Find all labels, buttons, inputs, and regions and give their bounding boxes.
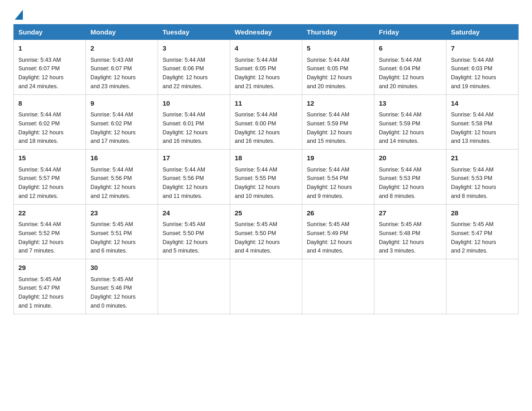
day-daylight: Daylight: 12 hours [307,129,352,136]
day-number: 13 [379,98,442,109]
day-sunset: Sunset: 6:05 PM [307,65,348,72]
calendar-header-row: SundayMondayTuesdayWednesdayThursdayFrid… [14,25,519,40]
day-sunrise: Sunrise: 5:44 AM [163,111,205,118]
day-daylight2: and 20 minutes. [307,83,347,90]
day-number: 2 [90,43,153,54]
calendar-cell: 23Sunrise: 5:45 AMSunset: 5:51 PMDayligh… [86,204,158,259]
day-daylight2: and 2 minutes. [451,248,488,254]
day-daylight: Daylight: 12 hours [451,74,496,81]
day-daylight2: and 24 minutes. [18,83,58,90]
day-daylight2: and 12 minutes. [90,193,130,199]
calendar-cell: 29Sunrise: 5:45 AMSunset: 5:47 PMDayligh… [14,259,86,314]
day-sunrise: Sunrise: 5:45 AM [18,276,61,283]
day-sunset: Sunset: 5:48 PM [379,230,420,236]
calendar-cell: 24Sunrise: 5:45 AMSunset: 5:50 PMDayligh… [158,204,230,259]
day-number: 11 [235,98,297,109]
day-sunrise: Sunrise: 5:45 AM [307,221,349,227]
calendar-cell: 27Sunrise: 5:45 AMSunset: 5:48 PMDayligh… [374,204,446,259]
day-sunset: Sunset: 5:56 PM [163,175,204,181]
calendar-cell: 11Sunrise: 5:44 AMSunset: 6:00 PMDayligh… [230,94,302,150]
day-daylight2: and 0 minutes. [90,303,127,309]
day-number: 7 [451,43,514,54]
header-tuesday: Tuesday [158,25,230,40]
calendar-cell: 26Sunrise: 5:45 AMSunset: 5:49 PMDayligh… [302,204,374,259]
day-daylight: Daylight: 12 hours [235,239,280,245]
day-sunrise: Sunrise: 5:44 AM [18,111,61,118]
day-daylight: Daylight: 12 hours [379,184,424,190]
day-daylight: Daylight: 12 hours [307,184,352,190]
day-daylight: Daylight: 12 hours [163,239,208,245]
day-sunset: Sunset: 6:06 PM [163,65,204,72]
calendar-cell: 20Sunrise: 5:44 AMSunset: 5:53 PMDayligh… [374,150,446,205]
calendar-cell: 15Sunrise: 5:44 AMSunset: 5:57 PMDayligh… [14,150,86,205]
day-daylight: Daylight: 12 hours [163,74,208,81]
calendar-cell: 4Sunrise: 5:44 AMSunset: 6:05 PMDaylight… [230,40,302,95]
calendar-cell [230,259,302,314]
header-monday: Monday [86,25,158,40]
calendar-cell: 25Sunrise: 5:45 AMSunset: 5:50 PMDayligh… [230,204,302,259]
calendar-cell: 12Sunrise: 5:44 AMSunset: 5:59 PMDayligh… [302,94,374,150]
day-daylight2: and 5 minutes. [163,248,199,254]
day-daylight: Daylight: 12 hours [163,184,208,190]
header-wednesday: Wednesday [230,25,302,40]
day-daylight: Daylight: 12 hours [451,184,496,190]
day-daylight: Daylight: 12 hours [90,74,136,81]
day-sunset: Sunset: 5:59 PM [307,120,348,127]
day-daylight2: and 8 minutes. [379,193,416,199]
day-sunset: Sunset: 6:05 PM [235,65,276,72]
calendar-table: SundayMondayTuesdayWednesdayThursdayFrid… [13,24,519,314]
day-number: 9 [90,98,153,109]
calendar-cell: 19Sunrise: 5:44 AMSunset: 5:54 PMDayligh… [302,150,374,205]
calendar-cell: 3Sunrise: 5:44 AMSunset: 6:06 PMDaylight… [158,40,230,95]
day-number: 5 [307,43,369,54]
calendar-cell: 21Sunrise: 5:44 AMSunset: 5:53 PMDayligh… [446,150,519,205]
header-friday: Friday [374,25,446,40]
day-number: 10 [163,98,225,109]
day-sunrise: Sunrise: 5:44 AM [90,167,133,173]
calendar-week-row: 29Sunrise: 5:45 AMSunset: 5:47 PMDayligh… [14,259,519,314]
day-sunrise: Sunrise: 5:44 AM [379,57,421,63]
day-number: 8 [18,98,81,109]
day-sunset: Sunset: 6:01 PM [163,120,204,127]
day-number: 28 [451,208,514,218]
day-number: 3 [163,43,225,54]
calendar-week-row: 15Sunrise: 5:44 AMSunset: 5:57 PMDayligh… [14,150,519,205]
day-sunrise: Sunrise: 5:44 AM [451,111,493,118]
day-sunset: Sunset: 5:53 PM [451,175,492,181]
day-sunset: Sunset: 5:49 PM [307,230,348,236]
day-daylight2: and 16 minutes. [235,138,275,144]
day-daylight: Daylight: 12 hours [90,184,136,190]
day-sunrise: Sunrise: 5:44 AM [235,57,277,63]
day-daylight2: and 18 minutes. [18,138,58,144]
day-sunrise: Sunrise: 5:44 AM [307,57,349,63]
day-daylight: Daylight: 12 hours [451,239,496,245]
day-number: 23 [90,208,153,218]
day-daylight: Daylight: 12 hours [379,239,424,245]
day-number: 12 [307,98,369,109]
day-number: 16 [90,153,153,163]
calendar-cell [446,259,519,314]
day-sunset: Sunset: 5:50 PM [163,230,204,236]
day-sunrise: Sunrise: 5:44 AM [451,57,493,63]
day-daylight2: and 22 minutes. [163,83,202,90]
day-daylight2: and 16 minutes. [163,138,202,144]
day-number: 14 [451,98,514,109]
day-number: 6 [379,43,442,54]
day-daylight2: and 14 minutes. [379,138,419,144]
day-sunset: Sunset: 6:04 PM [379,65,420,72]
day-number: 1 [18,43,81,54]
calendar-cell: 8Sunrise: 5:44 AMSunset: 6:02 PMDaylight… [14,94,86,150]
day-sunrise: Sunrise: 5:44 AM [235,167,277,173]
calendar-cell: 18Sunrise: 5:44 AMSunset: 5:55 PMDayligh… [230,150,302,205]
day-sunset: Sunset: 5:51 PM [90,230,132,236]
day-daylight: Daylight: 12 hours [18,184,64,190]
calendar-cell: 1Sunrise: 5:43 AMSunset: 6:07 PMDaylight… [14,40,86,95]
calendar-week-row: 8Sunrise: 5:44 AMSunset: 6:02 PMDaylight… [14,94,519,150]
day-daylight: Daylight: 12 hours [235,129,280,136]
day-daylight2: and 20 minutes. [379,83,419,90]
day-number: 22 [18,208,81,218]
calendar-cell: 17Sunrise: 5:44 AMSunset: 5:56 PMDayligh… [158,150,230,205]
day-daylight: Daylight: 12 hours [90,294,136,300]
day-sunrise: Sunrise: 5:44 AM [18,167,61,173]
day-daylight: Daylight: 12 hours [235,184,280,190]
